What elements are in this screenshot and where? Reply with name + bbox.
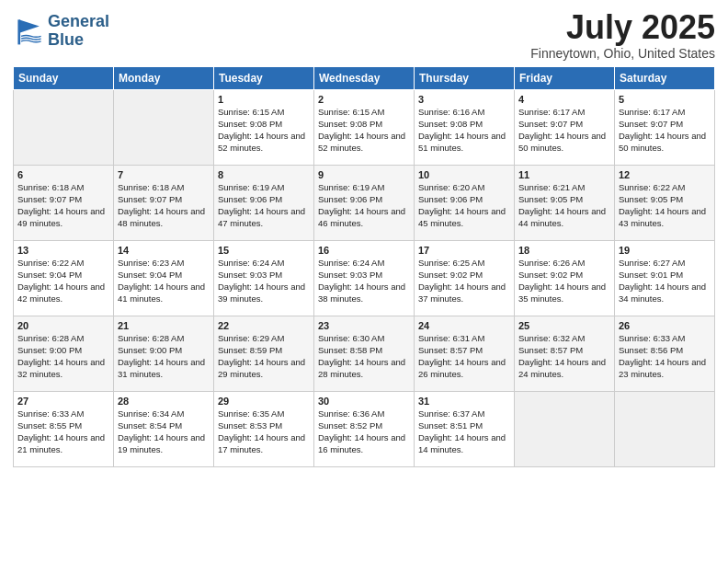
day-cell: 28Sunrise: 6:34 AMSunset: 8:54 PMDayligh… [114, 391, 214, 466]
day-info: Sunrise: 6:32 AM [518, 333, 610, 345]
day-number: 24 [418, 319, 510, 333]
day-info: Sunrise: 6:33 AM [619, 333, 711, 345]
svg-marker-1 [19, 19, 40, 32]
day-number: 29 [218, 395, 310, 408]
header-cell-thursday: Thursday [415, 66, 515, 89]
day-info: Sunset: 9:05 PM [518, 194, 610, 206]
day-number: 31 [418, 395, 510, 408]
week-row-3: 13Sunrise: 6:22 AMSunset: 9:04 PMDayligh… [14, 240, 715, 316]
day-cell: 10Sunrise: 6:20 AMSunset: 9:06 PMDayligh… [415, 165, 515, 240]
day-info: Daylight: 14 hours and 52 minutes. [218, 131, 310, 155]
day-info: Sunrise: 6:16 AM [418, 107, 510, 119]
day-info: Daylight: 14 hours and 50 minutes. [518, 131, 610, 155]
day-cell: 23Sunrise: 6:30 AMSunset: 8:58 PMDayligh… [314, 316, 415, 391]
day-info: Daylight: 14 hours and 37 minutes. [418, 282, 510, 305]
day-info: Sunrise: 6:24 AM [318, 258, 410, 270]
day-info: Sunset: 9:07 PM [118, 194, 210, 206]
day-number: 23 [318, 319, 410, 333]
day-info: Sunrise: 6:24 AM [218, 258, 310, 270]
day-cell: 4Sunrise: 6:17 AMSunset: 9:07 PMDaylight… [515, 89, 615, 165]
day-cell [114, 89, 214, 165]
day-cell: 24Sunrise: 6:31 AMSunset: 8:57 PMDayligh… [415, 316, 515, 391]
day-info: Sunrise: 6:36 AM [318, 408, 410, 420]
day-info: Daylight: 14 hours and 42 minutes. [17, 282, 109, 305]
day-cell: 31Sunrise: 6:37 AMSunset: 8:51 PMDayligh… [415, 391, 515, 466]
day-number: 16 [318, 244, 410, 258]
day-info: Sunset: 8:52 PM [318, 420, 410, 432]
day-info: Sunset: 8:59 PM [218, 345, 310, 357]
day-info: Sunset: 9:07 PM [17, 194, 109, 206]
svg-rect-2 [17, 19, 20, 44]
header: General Blue July 2025 Finneytown, Ohio,… [13, 9, 715, 61]
day-info: Daylight: 14 hours and 38 minutes. [318, 282, 410, 305]
day-number: 30 [318, 395, 410, 408]
day-info: Sunset: 8:55 PM [17, 420, 109, 432]
logo-text: General Blue [48, 13, 109, 50]
day-number: 7 [118, 168, 210, 182]
day-info: Sunrise: 6:20 AM [418, 182, 510, 194]
day-cell: 16Sunrise: 6:24 AMSunset: 9:03 PMDayligh… [314, 240, 415, 316]
day-cell: 30Sunrise: 6:36 AMSunset: 8:52 PMDayligh… [314, 391, 415, 466]
week-row-2: 6Sunrise: 6:18 AMSunset: 9:07 PMDaylight… [14, 165, 715, 240]
svg-rect-0 [13, 15, 46, 48]
day-info: Sunrise: 6:25 AM [418, 258, 510, 270]
day-cell: 8Sunrise: 6:19 AMSunset: 9:06 PMDaylight… [214, 165, 314, 240]
calendar-table: SundayMondayTuesdayWednesdayThursdayFrid… [13, 66, 715, 467]
day-info: Daylight: 14 hours and 51 minutes. [418, 131, 510, 155]
day-cell: 5Sunrise: 6:17 AMSunset: 9:07 PMDaylight… [615, 89, 715, 165]
day-cell [515, 391, 615, 466]
day-info: Daylight: 14 hours and 24 minutes. [518, 357, 610, 381]
day-info: Sunset: 8:58 PM [318, 345, 410, 357]
day-info: Sunset: 9:03 PM [218, 270, 310, 282]
day-info: Sunset: 9:04 PM [118, 270, 210, 282]
day-number: 4 [518, 93, 610, 107]
day-info: Sunrise: 6:17 AM [518, 107, 610, 119]
week-row-5: 27Sunrise: 6:33 AMSunset: 8:55 PMDayligh… [14, 391, 715, 466]
day-info: Daylight: 14 hours and 41 minutes. [118, 282, 210, 305]
day-info: Sunrise: 6:22 AM [17, 258, 109, 270]
calendar-body: 1Sunrise: 6:15 AMSunset: 9:08 PMDaylight… [14, 89, 715, 466]
day-cell: 18Sunrise: 6:26 AMSunset: 9:02 PMDayligh… [515, 240, 615, 316]
subtitle: Finneytown, Ohio, United States [530, 46, 715, 61]
day-number: 1 [218, 93, 310, 107]
day-info: Sunset: 9:08 PM [318, 119, 410, 131]
day-info: Sunset: 8:53 PM [218, 420, 310, 432]
week-row-4: 20Sunrise: 6:28 AMSunset: 9:00 PMDayligh… [14, 316, 715, 391]
day-number: 20 [17, 319, 109, 333]
day-info: Sunrise: 6:30 AM [318, 333, 410, 345]
day-info: Daylight: 14 hours and 21 minutes. [17, 432, 109, 456]
header-cell-monday: Monday [114, 66, 214, 89]
week-row-1: 1Sunrise: 6:15 AMSunset: 9:08 PMDaylight… [14, 89, 715, 165]
day-info: Sunset: 9:02 PM [418, 270, 510, 282]
day-info: Daylight: 14 hours and 23 minutes. [619, 357, 711, 381]
day-number: 25 [518, 319, 610, 333]
day-info: Sunrise: 6:28 AM [118, 333, 210, 345]
logo-icon [13, 15, 46, 48]
day-info: Sunset: 9:00 PM [17, 345, 109, 357]
day-info: Sunrise: 6:19 AM [318, 182, 410, 194]
day-info: Daylight: 14 hours and 32 minutes. [17, 357, 109, 381]
day-info: Sunset: 9:00 PM [118, 345, 210, 357]
day-cell: 26Sunrise: 6:33 AMSunset: 8:56 PMDayligh… [615, 316, 715, 391]
day-cell: 17Sunrise: 6:25 AMSunset: 9:02 PMDayligh… [415, 240, 515, 316]
day-info: Sunrise: 6:26 AM [518, 258, 610, 270]
day-number: 3 [418, 93, 510, 107]
day-info: Sunrise: 6:23 AM [118, 258, 210, 270]
day-cell: 14Sunrise: 6:23 AMSunset: 9:04 PMDayligh… [114, 240, 214, 316]
day-cell: 7Sunrise: 6:18 AMSunset: 9:07 PMDaylight… [114, 165, 214, 240]
day-number: 17 [418, 244, 510, 258]
day-number: 11 [518, 168, 610, 182]
day-info: Daylight: 14 hours and 44 minutes. [518, 206, 610, 230]
day-cell: 20Sunrise: 6:28 AMSunset: 9:00 PMDayligh… [14, 316, 114, 391]
day-cell: 25Sunrise: 6:32 AMSunset: 8:57 PMDayligh… [515, 316, 615, 391]
day-info: Sunrise: 6:28 AM [17, 333, 109, 345]
day-info: Daylight: 14 hours and 29 minutes. [218, 357, 310, 381]
day-number: 27 [17, 395, 109, 408]
page-container: General Blue July 2025 Finneytown, Ohio,… [0, 0, 728, 477]
day-info: Sunrise: 6:22 AM [619, 182, 711, 194]
day-number: 15 [218, 244, 310, 258]
day-info: Daylight: 14 hours and 17 minutes. [218, 432, 310, 456]
day-cell [14, 89, 114, 165]
day-info: Sunset: 8:54 PM [118, 420, 210, 432]
day-cell: 6Sunrise: 6:18 AMSunset: 9:07 PMDaylight… [14, 165, 114, 240]
